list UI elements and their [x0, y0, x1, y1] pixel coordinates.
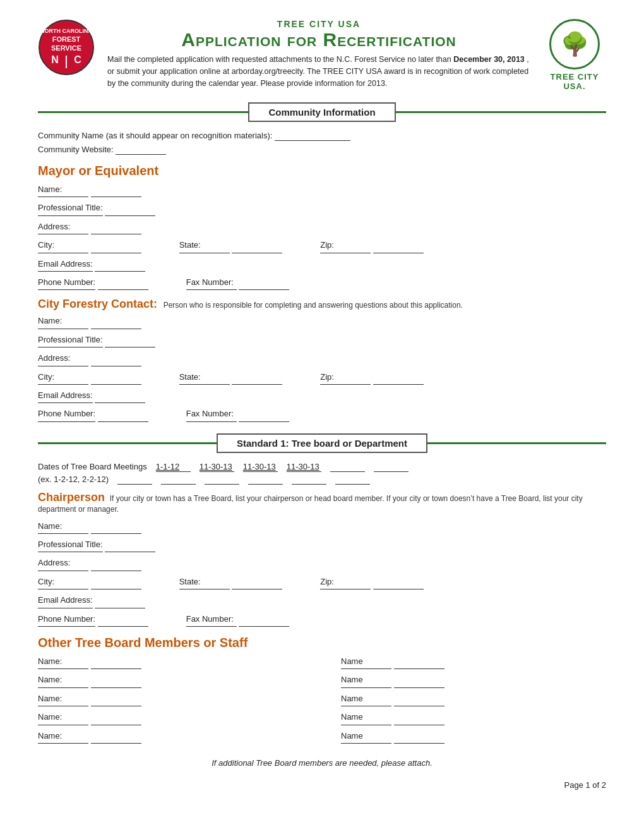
date-val-2: 11-30-13: [200, 462, 234, 472]
right-names-col: Name Name Name Name Name: [341, 654, 606, 747]
other-members-heading: Other Tree Board Members or Staff: [38, 636, 606, 650]
chair-city-label: City:: [38, 574, 88, 589]
cf-city-label: City:: [38, 370, 88, 385]
left-name-value-3: [91, 691, 141, 706]
dates-example: (ex. 1-2-12, 2-2-12): [38, 474, 109, 484]
chair-fax-value: [239, 612, 289, 627]
left-name-value-2: [91, 672, 141, 687]
right-name-4: Name: [341, 710, 606, 725]
app-title: Application for Recertification: [107, 29, 530, 50]
right-name-label-3: Name: [341, 691, 391, 706]
community-website-label: Community Website:: [38, 145, 114, 154]
right-name-2: Name: [341, 672, 606, 687]
right-name-value-5: [394, 728, 444, 744]
chair-zip-label: Zip:: [320, 574, 371, 589]
cf-fax-col: Fax Number:: [186, 406, 290, 421]
city-forestry-sub: Person who is responsible for completing…: [164, 301, 463, 310]
community-name-label: Community Name (as it should appear on r…: [38, 131, 272, 140]
date-val-5: [330, 462, 365, 472]
left-name-3: Name:: [38, 691, 303, 706]
mayor-phone-label: Phone Number:: [38, 275, 95, 290]
mayor-zip-value: [373, 238, 424, 253]
header-body: Mail the completed application with requ…: [107, 54, 530, 89]
community-section-bar: Community Information: [38, 102, 606, 122]
cf-address-value: [91, 351, 141, 366]
mayor-city-value: [91, 238, 141, 253]
cf-zip-col: Zip:: [320, 370, 424, 385]
mayor-email-row: Email Address:: [38, 257, 606, 272]
right-name-label-5: Name: [341, 728, 391, 744]
header-center: TREE CITY USA Application for Recertific…: [95, 19, 543, 89]
chair-title-row: Professional Title:: [38, 537, 606, 552]
chairperson-heading: Chairperson: [38, 491, 105, 504]
cf-fax-label: Fax Number:: [186, 406, 237, 421]
chair-phone-fax-row: Phone Number: Fax Number:: [38, 612, 606, 627]
nc-forest-service-logo: NORTH CAROLINA FOREST SERVICE N C: [38, 19, 95, 76]
svg-text:C: C: [74, 54, 81, 65]
community-website-row: Community Website:: [38, 145, 606, 155]
chair-city-value: [91, 574, 141, 589]
mayor-fax-label: Fax Number:: [186, 275, 237, 290]
bar-line-right2: [427, 442, 606, 444]
other-members-names: Name: Name: Name: Name: Name: Name: [38, 654, 606, 747]
cf-title-label: Professional Title:: [38, 332, 103, 348]
mayor-state-value: [232, 238, 282, 253]
tree-city-usa-logo: 🌳 TREE CITY USA.: [543, 19, 606, 91]
left-name-label-5: Name:: [38, 728, 88, 744]
cf-address-label: Address:: [38, 351, 88, 366]
chair-zip-value: [373, 574, 424, 589]
chair-fax-label: Fax Number:: [186, 612, 237, 627]
date-val-11: [292, 474, 326, 485]
right-name-5: Name: [341, 728, 606, 744]
dates-row-2: (ex. 1-2-12, 2-2-12): [38, 474, 606, 485]
mayor-address-row: Address:: [38, 219, 606, 234]
date-val-7: [117, 474, 152, 485]
cf-phone-label: Phone Number:: [38, 406, 95, 421]
tree-city-usa-top-label: TREE CITY USA: [107, 19, 530, 29]
standard1-section-bar: Standard 1: Tree board or Department: [38, 433, 606, 453]
mayor-section-heading: Mayor or Equivalent: [38, 164, 606, 178]
chair-state-value: [232, 574, 282, 589]
date-val-6: [374, 462, 408, 472]
chair-address-value: [91, 555, 141, 571]
right-name-label-4: Name: [341, 710, 391, 725]
city-forestry-heading-row: City Forestry Contact: Person who is res…: [38, 298, 606, 311]
date-val-9: [205, 474, 239, 485]
left-name-label-2: Name:: [38, 672, 88, 687]
mayor-phone-value: [98, 275, 148, 290]
chair-title-label: Professional Title:: [38, 537, 103, 552]
left-name-value-4: [91, 710, 141, 725]
chair-address-label: Address:: [38, 555, 88, 571]
left-name-value-1: [91, 654, 141, 669]
chair-email-value: [95, 593, 145, 608]
mayor-zip-label: Zip:: [320, 238, 371, 253]
chair-state-label: State:: [179, 574, 230, 589]
mayor-title-value: [105, 200, 155, 215]
date-val-4: 11-30-13: [287, 462, 321, 472]
bar-line-left: [38, 111, 248, 113]
community-website-value: [116, 145, 166, 155]
chair-title-value: [105, 537, 155, 552]
mayor-name-label: Name:: [38, 182, 88, 197]
community-name-row: Community Name (as it should appear on r…: [38, 131, 606, 141]
cf-phone-col: Phone Number:: [38, 406, 148, 421]
left-name-2: Name:: [38, 672, 303, 687]
standard1-section-title: Standard 1: Tree board or Department: [217, 433, 427, 453]
chairperson-sub: If your city or town has a Tree Board, l…: [38, 494, 583, 514]
mayor-city-col: City:: [38, 238, 141, 253]
mayor-address-value: [91, 219, 141, 234]
bar-line-right: [396, 111, 606, 113]
mayor-phone-fax-row: Phone Number: Fax Number:: [38, 275, 606, 290]
cf-title-row: Professional Title:: [38, 332, 606, 348]
mayor-fax-col: Fax Number:: [186, 275, 290, 290]
dates-row-1: Dates of Tree Board Meetings 1-1-12 11-3…: [38, 462, 606, 472]
date-val-8: [161, 474, 196, 485]
mayor-city-state-zip-row: City: State: Zip:: [38, 238, 606, 253]
mayor-address-label: Address:: [38, 219, 88, 234]
mayor-state-label: State:: [179, 238, 230, 253]
left-name-4: Name:: [38, 710, 303, 725]
mayor-email-label: Email Address:: [38, 257, 93, 272]
cf-state-col: State:: [179, 370, 283, 385]
right-name-label-1: Name: [341, 654, 391, 669]
cf-title-value: [105, 332, 155, 348]
